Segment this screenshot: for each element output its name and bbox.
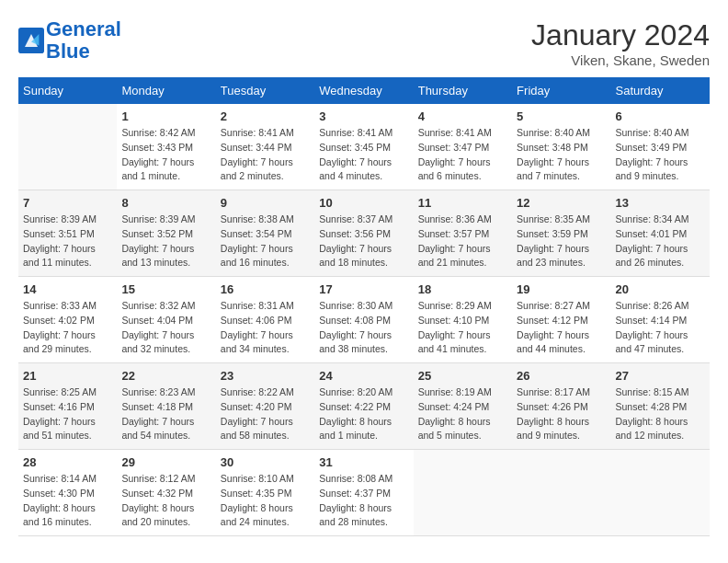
day-info: Sunrise: 8:30 AMSunset: 4:08 PMDaylight:… [319, 299, 408, 357]
calendar-cell: 19Sunrise: 8:27 AMSunset: 4:12 PMDayligh… [512, 277, 610, 363]
calendar-week-row: 14Sunrise: 8:33 AMSunset: 4:02 PMDayligh… [18, 277, 710, 363]
day-info: Sunrise: 8:39 AMSunset: 3:51 PMDaylight:… [23, 213, 112, 270]
day-number: 19 [517, 282, 606, 296]
calendar-cell: 31Sunrise: 8:08 AMSunset: 4:37 PMDayligh… [314, 450, 413, 536]
calendar-cell: 17Sunrise: 8:30 AMSunset: 4:08 PMDayligh… [314, 277, 413, 363]
calendar-cell: 6Sunrise: 8:40 AMSunset: 3:49 PMDaylight… [611, 104, 710, 190]
day-info: Sunrise: 8:14 AMSunset: 4:30 PMDaylight:… [23, 472, 112, 530]
calendar-cell [18, 104, 117, 190]
calendar-cell: 28Sunrise: 8:14 AMSunset: 4:30 PMDayligh… [18, 450, 117, 536]
day-info: Sunrise: 8:42 AMSunset: 3:43 PMDaylight:… [121, 126, 210, 184]
logo-icon [18, 28, 44, 53]
calendar-cell: 15Sunrise: 8:32 AMSunset: 4:04 PMDayligh… [117, 277, 215, 363]
day-info: Sunrise: 8:32 AMSunset: 4:04 PMDaylight:… [121, 299, 210, 357]
day-number: 29 [121, 455, 210, 469]
weekday-header-tuesday: Tuesday [216, 77, 314, 104]
calendar-week-row: 28Sunrise: 8:14 AMSunset: 4:30 PMDayligh… [18, 450, 710, 536]
day-number: 11 [418, 196, 507, 210]
title-section: January 2024 Viken, Skane, Sweden [531, 18, 710, 68]
day-info: Sunrise: 8:08 AMSunset: 4:37 PMDaylight:… [319, 472, 408, 530]
logo-text: General Blue [46, 18, 121, 63]
calendar-cell: 14Sunrise: 8:33 AMSunset: 4:02 PMDayligh… [18, 277, 117, 363]
logo-blue: Blue [46, 40, 90, 63]
calendar-cell: 25Sunrise: 8:19 AMSunset: 4:24 PMDayligh… [414, 363, 512, 450]
calendar-cell: 21Sunrise: 8:25 AMSunset: 4:16 PMDayligh… [18, 363, 117, 450]
day-number: 26 [517, 369, 606, 383]
day-info: Sunrise: 8:27 AMSunset: 4:12 PMDaylight:… [517, 299, 606, 357]
calendar-cell: 26Sunrise: 8:17 AMSunset: 4:26 PMDayligh… [512, 363, 610, 450]
day-info: Sunrise: 8:29 AMSunset: 4:10 PMDaylight:… [418, 299, 507, 357]
logo-general: General [46, 17, 121, 40]
weekday-header-wednesday: Wednesday [314, 77, 413, 104]
day-info: Sunrise: 8:15 AMSunset: 4:28 PMDaylight:… [616, 385, 705, 443]
day-info: Sunrise: 8:26 AMSunset: 4:14 PMDaylight:… [616, 299, 705, 357]
day-number: 23 [221, 369, 310, 383]
day-number: 5 [517, 109, 606, 123]
day-number: 8 [121, 196, 210, 210]
day-number: 27 [616, 369, 705, 383]
calendar-week-row: 21Sunrise: 8:25 AMSunset: 4:16 PMDayligh… [18, 363, 710, 450]
day-number: 9 [221, 196, 310, 210]
day-info: Sunrise: 8:35 AMSunset: 3:59 PMDaylight:… [517, 213, 606, 270]
day-number: 28 [23, 455, 112, 469]
calendar-cell: 18Sunrise: 8:29 AMSunset: 4:10 PMDayligh… [414, 277, 512, 363]
day-info: Sunrise: 8:34 AMSunset: 4:01 PMDaylight:… [616, 213, 705, 270]
day-number: 25 [418, 369, 507, 383]
day-number: 6 [616, 109, 705, 123]
day-info: Sunrise: 8:41 AMSunset: 3:44 PMDaylight:… [221, 126, 310, 184]
calendar-cell: 16Sunrise: 8:31 AMSunset: 4:06 PMDayligh… [216, 277, 314, 363]
day-info: Sunrise: 8:38 AMSunset: 3:54 PMDaylight:… [221, 213, 310, 270]
location: Viken, Skane, Sweden [531, 52, 710, 68]
day-number: 21 [23, 369, 112, 383]
day-info: Sunrise: 8:10 AMSunset: 4:35 PMDaylight:… [221, 472, 310, 530]
calendar-cell: 3Sunrise: 8:41 AMSunset: 3:45 PMDaylight… [314, 104, 413, 190]
calendar-week-row: 7Sunrise: 8:39 AMSunset: 3:51 PMDaylight… [18, 190, 710, 277]
day-info: Sunrise: 8:33 AMSunset: 4:02 PMDaylight:… [23, 299, 112, 357]
calendar-cell [414, 450, 512, 536]
day-info: Sunrise: 8:31 AMSunset: 4:06 PMDaylight:… [221, 299, 310, 357]
calendar-cell: 29Sunrise: 8:12 AMSunset: 4:32 PMDayligh… [117, 450, 215, 536]
calendar-cell: 4Sunrise: 8:41 AMSunset: 3:47 PMDaylight… [414, 104, 512, 190]
weekday-header-row: SundayMondayTuesdayWednesdayThursdayFrid… [18, 77, 710, 104]
day-number: 10 [319, 196, 408, 210]
weekday-header-monday: Monday [117, 77, 215, 104]
day-number: 12 [517, 196, 606, 210]
day-number: 16 [221, 282, 310, 296]
day-info: Sunrise: 8:41 AMSunset: 3:47 PMDaylight:… [418, 126, 507, 184]
day-info: Sunrise: 8:36 AMSunset: 3:57 PMDaylight:… [418, 213, 507, 270]
day-number: 22 [121, 369, 210, 383]
day-info: Sunrise: 8:37 AMSunset: 3:56 PMDaylight:… [319, 213, 408, 270]
day-number: 13 [616, 196, 705, 210]
calendar-cell: 30Sunrise: 8:10 AMSunset: 4:35 PMDayligh… [216, 450, 314, 536]
day-number: 18 [418, 282, 507, 296]
day-info: Sunrise: 8:22 AMSunset: 4:20 PMDaylight:… [221, 385, 310, 443]
day-number: 30 [221, 455, 310, 469]
day-info: Sunrise: 8:12 AMSunset: 4:32 PMDaylight:… [121, 472, 210, 530]
month-title: January 2024 [531, 18, 710, 52]
day-info: Sunrise: 8:40 AMSunset: 3:49 PMDaylight:… [616, 126, 705, 184]
day-info: Sunrise: 8:40 AMSunset: 3:48 PMDaylight:… [517, 126, 606, 184]
logo: General Blue [18, 18, 121, 63]
day-info: Sunrise: 8:19 AMSunset: 4:24 PMDaylight:… [418, 385, 507, 443]
calendar-cell: 27Sunrise: 8:15 AMSunset: 4:28 PMDayligh… [611, 363, 710, 450]
calendar-cell: 10Sunrise: 8:37 AMSunset: 3:56 PMDayligh… [314, 190, 413, 277]
day-number: 7 [23, 196, 112, 210]
day-number: 1 [121, 109, 210, 123]
day-number: 17 [319, 282, 408, 296]
calendar-cell: 22Sunrise: 8:23 AMSunset: 4:18 PMDayligh… [117, 363, 215, 450]
weekday-header-saturday: Saturday [611, 77, 710, 104]
calendar-cell: 9Sunrise: 8:38 AMSunset: 3:54 PMDaylight… [216, 190, 314, 277]
calendar-cell [512, 450, 610, 536]
day-info: Sunrise: 8:39 AMSunset: 3:52 PMDaylight:… [121, 213, 210, 270]
calendar-cell: 12Sunrise: 8:35 AMSunset: 3:59 PMDayligh… [512, 190, 610, 277]
day-info: Sunrise: 8:41 AMSunset: 3:45 PMDaylight:… [319, 126, 408, 184]
day-number: 24 [319, 369, 408, 383]
calendar-cell: 23Sunrise: 8:22 AMSunset: 4:20 PMDayligh… [216, 363, 314, 450]
day-info: Sunrise: 8:23 AMSunset: 4:18 PMDaylight:… [121, 385, 210, 443]
calendar-cell: 24Sunrise: 8:20 AMSunset: 4:22 PMDayligh… [314, 363, 413, 450]
calendar-cell: 7Sunrise: 8:39 AMSunset: 3:51 PMDaylight… [18, 190, 117, 277]
page-header: General Blue January 2024 Viken, Skane, … [18, 18, 710, 68]
day-info: Sunrise: 8:17 AMSunset: 4:26 PMDaylight:… [517, 385, 606, 443]
weekday-header-sunday: Sunday [18, 77, 117, 104]
calendar-cell: 8Sunrise: 8:39 AMSunset: 3:52 PMDaylight… [117, 190, 215, 277]
